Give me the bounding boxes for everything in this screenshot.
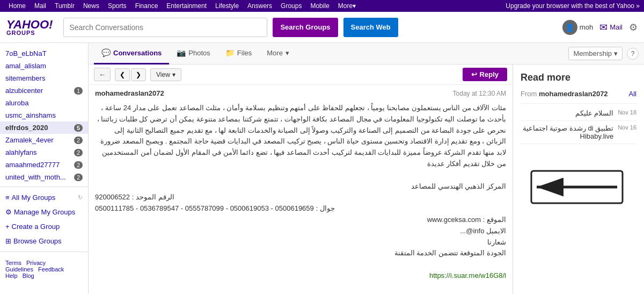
slogan: شعارنا: [95, 237, 506, 248]
sidebar-item-group-0[interactable]: 7oB_eLbNaT: [0, 47, 88, 60]
back-button[interactable]: ←: [94, 68, 111, 81]
yahoo-logo: YAHOO! GROUPS: [6, 19, 53, 36]
all-link[interactable]: All: [629, 90, 636, 98]
search-web-button[interactable]: Search Web: [343, 18, 398, 37]
nav-groups[interactable]: Groups: [276, 0, 306, 12]
tab-photos[interactable]: 📷 Photos: [169, 43, 217, 64]
message-time: Today at 12:30 AM: [453, 90, 506, 97]
sidebar-footer-divider: [0, 252, 88, 252]
sidebar-item-group-9[interactable]: amaahmed27777 2: [0, 159, 88, 171]
read-more-item-date-1: Nov 16: [618, 124, 636, 131]
nav-mobile[interactable]: Mobile: [306, 0, 333, 12]
sidebar-badge-8: 2: [74, 149, 83, 156]
sidebar-item-group-4[interactable]: aluroba: [0, 97, 88, 109]
read-more-item-text-0: السلام عليكم: [521, 109, 613, 117]
message-body: مئات الآلاف من الناس يستعملون مصابحنا يو…: [89, 99, 513, 294]
all-my-groups-link[interactable]: ≡ All My Groups ↻: [0, 190, 88, 205]
nav-finance[interactable]: Finance: [131, 0, 163, 12]
sidebar-item-group-8[interactable]: alahlyfans 2: [0, 146, 88, 159]
user-info[interactable]: 👤 moh: [562, 20, 593, 35]
message-area: ← ❮ ❯ View ▾ ↩ Reply moh: [89, 64, 644, 294]
search-groups-button[interactable]: Search Groups: [273, 18, 338, 37]
help-link[interactable]: Help: [5, 273, 18, 279]
read-more-title: Read more: [521, 72, 636, 83]
sidebar-item-group-6[interactable]: elfrdos_2020 5: [0, 121, 88, 134]
manage-my-groups-link[interactable]: ⚙ Manage My Groups: [0, 205, 88, 219]
sidebar-badge-7: 2: [74, 137, 83, 144]
website: الموقع : www.gceksa.com: [95, 214, 506, 226]
nav-tumblr[interactable]: Tumblr: [50, 0, 79, 12]
read-more-from: From mohamedraslan2072 All: [521, 90, 636, 98]
read-more-item-date-0: Nov 18: [618, 109, 636, 116]
sidebar-badge-10: 2: [74, 174, 83, 181]
browse-groups-link[interactable]: ⊞ Browse Groups: [0, 234, 88, 248]
mail-link[interactable]: ✉ Mail: [599, 21, 623, 33]
right-panel: Read more From mohamedraslan2072 All الس…: [513, 64, 644, 294]
arrow-annotation-container: [521, 166, 636, 210]
read-more-sender: mohamedraslan2072: [539, 90, 608, 98]
feedback-link[interactable]: Feedback: [38, 266, 64, 273]
tabs-bar: 💬 Conversations 📷 Photos 📁 Files More ▾ …: [89, 43, 644, 64]
nav-news[interactable]: News: [79, 0, 104, 12]
sidebar-item-group-2[interactable]: sitemembers: [0, 72, 88, 84]
tab-files[interactable]: 📁 Files: [218, 43, 259, 64]
membership-button[interactable]: Membership ▾: [568, 47, 623, 60]
tab-conversations[interactable]: 💬 Conversations: [94, 43, 169, 64]
nav-home[interactable]: Home: [4, 0, 30, 12]
view-dropdown-icon: ▾: [172, 71, 175, 78]
tabs-right: Membership ▾ ?: [568, 47, 639, 60]
blog-link[interactable]: Blog: [23, 273, 34, 279]
header-right: 👤 moh ✉ Mail ⚙: [562, 20, 638, 35]
read-more-item-0[interactable]: السلام عليكم Nov 18: [521, 106, 636, 121]
create-group-link[interactable]: + Create a Group: [0, 219, 88, 234]
upgrade-banner: Upgrade your browser with the best of Ya…: [506, 2, 640, 10]
sidebar-item-group-1[interactable]: amal_alislam: [0, 60, 88, 72]
phone-mobile: جوال : 0500619659 - 0500619053 - 0555787…: [95, 203, 506, 214]
nav-answers[interactable]: Answers: [243, 0, 276, 12]
view-button[interactable]: View ▾: [150, 68, 181, 81]
help-button[interactable]: ?: [627, 48, 639, 60]
from-label: From: [521, 90, 537, 98]
nav-entertainment[interactable]: Entertainment: [162, 0, 211, 12]
chevron-down-icon: ▾: [286, 49, 289, 57]
sidebar-badge-6: 5: [74, 124, 83, 132]
nav-mail[interactable]: Mail: [30, 0, 50, 12]
sidebar-footer: Terms Privacy Guidelines Feedback Help B…: [0, 255, 88, 283]
sidebar-item-group-3[interactable]: alzubicenter 1: [0, 84, 88, 97]
read-more-item-1[interactable]: تطبيق di رشدة صوتية اجتماعية Hibaby.live…: [521, 121, 636, 144]
conversations-icon: 💬: [101, 48, 111, 57]
search-input[interactable]: [64, 18, 267, 37]
sync-icon: ↻: [78, 194, 83, 201]
reply-header-button[interactable]: ↩ Reply: [463, 68, 507, 81]
main-layout: 7oB_eLbNaT amal_alislam sitemembers alzu…: [0, 43, 644, 294]
next-button[interactable]: ❯: [131, 68, 146, 81]
nav-sports[interactable]: Sports: [104, 0, 131, 12]
content-area: 💬 Conversations 📷 Photos 📁 Files More ▾ …: [89, 43, 644, 294]
message-body-text: مئات الآلاف من الناس يستعملون مصابحنا يو…: [95, 103, 506, 170]
sidebar-item-group-5[interactable]: usmc_ainshams: [0, 109, 88, 121]
nav-arrows: ❮ ❯: [115, 68, 146, 81]
read-more-item-text-1: تطبيق di رشدة صوتية اجتماعية Hibaby.live: [521, 124, 613, 140]
tab-more[interactable]: More ▾: [259, 43, 297, 64]
guidelines-link[interactable]: Guidelines: [5, 266, 33, 273]
company-title: المركز الذهبي الهندسي للمصاعد: [95, 181, 506, 192]
terms-link[interactable]: Terms: [5, 260, 21, 266]
reply-icon: ↩: [471, 70, 477, 78]
sidebar-badge-3: 1: [74, 87, 83, 95]
nav-lifestyle[interactable]: Lifestyle: [211, 0, 243, 12]
top-navigation: Home Mail Tumblr News Sports Finance Ent…: [0, 0, 644, 12]
browse-icon: ⊞: [5, 237, 11, 245]
files-icon: 📁: [225, 48, 235, 57]
avatar: 👤: [562, 20, 577, 35]
sidebar-item-group-10[interactable]: united_with_moth... 2: [0, 171, 88, 183]
message-toolbar: ← ❮ ❯ View ▾ ↩ Reply: [89, 64, 513, 85]
read-more-divider: [521, 103, 636, 104]
list-icon: ≡: [5, 193, 10, 202]
sidebar-item-group-7[interactable]: Zamalek_4ever 2: [0, 134, 88, 146]
link1[interactable]: https://i.suar.me/w16G8/l: [429, 271, 506, 279]
prev-button[interactable]: ❮: [115, 68, 130, 81]
nav-more-dropdown[interactable]: More ▾: [334, 2, 360, 10]
gear-icon[interactable]: ⚙: [629, 21, 638, 33]
sidebar: 7oB_eLbNaT amal_alislam sitemembers alzu…: [0, 43, 89, 294]
privacy-link[interactable]: Privacy: [26, 260, 46, 266]
